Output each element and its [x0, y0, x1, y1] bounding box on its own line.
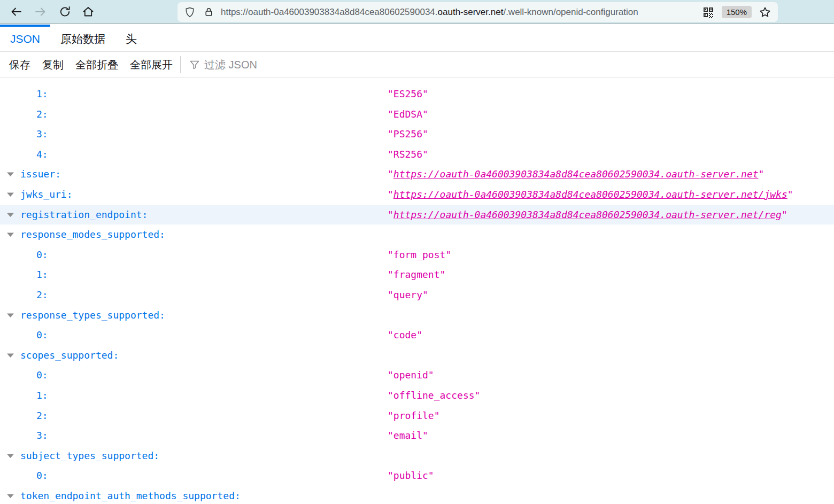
tab-raw-data[interactable]: 原始数据	[50, 25, 115, 51]
reload-icon	[59, 6, 71, 18]
json-row[interactable]: 0:"form_post"	[0, 245, 834, 265]
json-key[interactable]: response_modes_supported:	[20, 224, 165, 245]
json-key[interactable]: 3:	[36, 425, 48, 446]
back-arrow-icon	[10, 5, 22, 18]
json-row[interactable]: 3:"email"	[0, 425, 834, 446]
twisty-collapse-icon[interactable]	[7, 172, 14, 176]
json-viewer-tabbar: JSON 原始数据 头	[0, 25, 834, 52]
json-value: "public"	[388, 466, 434, 486]
filter-json-input[interactable]	[204, 59, 365, 71]
twisty-collapse-icon[interactable]	[7, 454, 14, 458]
shield-icon[interactable]	[184, 6, 196, 18]
json-value: "profile"	[388, 406, 440, 426]
json-row[interactable]: 1:"ES256"	[0, 84, 834, 104]
json-value: "openid"	[388, 365, 434, 385]
json-row[interactable]: registration_endpoint:"https://oauth-0a4…	[0, 205, 834, 225]
json-key[interactable]: scopes_supported:	[20, 345, 119, 366]
browser-toolbar: https://oauth-0a46003903834a8d84cea80602…	[0, 0, 834, 24]
tab-headers[interactable]: 头	[115, 25, 147, 51]
json-key[interactable]: 3:	[36, 124, 48, 144]
url-prefix: https://oauth-0a46003903834a8d84cea80602…	[221, 7, 438, 17]
json-value: "EdDSA"	[388, 104, 428, 125]
save-button[interactable]: 保存	[9, 58, 30, 72]
json-row[interactable]: 1:"fragment"	[0, 265, 834, 285]
url-path: /.well-known/openid-configuration	[503, 7, 638, 17]
json-value-link[interactable]: "https://oauth-0a46003903834a8d84cea8060…	[388, 164, 764, 184]
json-value: "PS256"	[388, 124, 428, 144]
json-row[interactable]: scopes_supported:	[0, 345, 834, 366]
tab-json-label: JSON	[10, 33, 40, 45]
json-row[interactable]: 2:"profile"	[0, 406, 834, 426]
json-value-link[interactable]: "https://oauth-0a46003903834a8d84cea8060…	[388, 205, 787, 225]
json-key[interactable]: 4:	[36, 144, 48, 165]
json-value: "query"	[388, 285, 428, 305]
json-key[interactable]: issuer:	[20, 164, 61, 184]
json-row[interactable]: subject_types_supported:	[0, 446, 834, 466]
json-key[interactable]: 2:	[36, 104, 48, 125]
home-icon	[82, 5, 95, 18]
json-row[interactable]: response_modes_supported:	[0, 224, 834, 245]
twisty-collapse-icon[interactable]	[7, 213, 14, 217]
json-row[interactable]: 0:"code"	[0, 325, 834, 345]
back-button[interactable]	[10, 5, 22, 18]
json-row[interactable]: 0:"openid"	[0, 365, 834, 385]
json-row[interactable]: response_types_supported:	[0, 305, 834, 325]
tab-raw-data-label: 原始数据	[60, 32, 105, 46]
json-value-link[interactable]: "https://oauth-0a46003903834a8d84cea8060…	[388, 184, 793, 205]
json-row[interactable]: 4:"RS256"	[0, 144, 834, 165]
twisty-collapse-icon[interactable]	[7, 494, 14, 498]
qr-code-icon[interactable]	[702, 6, 715, 19]
twisty-collapse-icon[interactable]	[7, 353, 14, 358]
json-key[interactable]: 2:	[36, 285, 48, 305]
json-row[interactable]: issuer:"https://oauth-0a46003903834a8d84…	[0, 164, 834, 184]
json-key[interactable]: 2:	[36, 406, 48, 426]
json-row[interactable]: 3:"PS256"	[0, 124, 834, 144]
twisty-collapse-icon[interactable]	[7, 192, 14, 197]
json-rows: 1:"ES256"2:"EdDSA"3:"PS256"4:"RS256"issu…	[0, 84, 834, 504]
home-button[interactable]	[82, 5, 95, 18]
json-key[interactable]: jwks_uri:	[20, 184, 73, 205]
zoom-level-button[interactable]: 150%	[722, 6, 752, 18]
twisty-collapse-icon[interactable]	[7, 232, 14, 237]
json-key[interactable]: subject_types_supported:	[20, 446, 159, 466]
lock-icon[interactable]	[203, 6, 214, 18]
bookmark-star-icon[interactable]	[759, 6, 771, 19]
json-row[interactable]: token_endpoint_auth_methods_supported:	[0, 486, 834, 504]
json-row[interactable]: 2:"query"	[0, 285, 834, 305]
json-key[interactable]: 1:	[36, 385, 48, 406]
json-viewer-toolbar: 保存 复制 全部折叠 全部展开	[0, 52, 834, 78]
json-value: "form_post"	[388, 245, 451, 265]
json-key[interactable]: 0:	[36, 466, 48, 486]
json-key[interactable]: registration_endpoint:	[20, 205, 148, 225]
url-text[interactable]: https://oauth-0a46003903834a8d84cea80602…	[221, 7, 638, 18]
json-key[interactable]: response_types_supported:	[20, 305, 165, 325]
json-key[interactable]: 0:	[36, 365, 48, 385]
forward-button[interactable]	[34, 5, 47, 18]
json-value: "fragment"	[388, 265, 445, 285]
json-value: "code"	[388, 325, 422, 345]
json-row[interactable]: 0:"public"	[0, 466, 834, 486]
url-domain: oauth-server.net	[438, 7, 504, 17]
json-key[interactable]: 1:	[36, 265, 48, 285]
json-row[interactable]: 2:"EdDSA"	[0, 104, 834, 125]
json-key[interactable]: 1:	[36, 84, 48, 104]
json-value: "offline_access"	[388, 385, 480, 406]
twisty-collapse-icon[interactable]	[7, 313, 14, 317]
json-value: "RS256"	[388, 144, 428, 165]
tab-json[interactable]: JSON	[0, 25, 50, 51]
json-row[interactable]: 1:"offline_access"	[0, 385, 834, 406]
address-bar[interactable]: https://oauth-0a46003903834a8d84cea80602…	[177, 2, 778, 22]
collapse-all-button[interactable]: 全部折叠	[75, 58, 118, 72]
json-key[interactable]: 0:	[36, 325, 48, 345]
json-value: "ES256"	[388, 84, 428, 104]
expand-all-button[interactable]: 全部展开	[130, 58, 173, 72]
json-key[interactable]: 0:	[36, 245, 48, 265]
json-row[interactable]: jwks_uri:"https://oauth-0a46003903834a8d…	[0, 184, 834, 205]
json-key[interactable]: token_endpoint_auth_methods_supported:	[20, 486, 241, 504]
copy-button[interactable]: 复制	[42, 58, 64, 72]
json-tree: 1:"ES256"2:"EdDSA"3:"PS256"4:"RS256"issu…	[0, 79, 834, 504]
toolbar-divider	[180, 56, 181, 73]
reload-button[interactable]	[59, 6, 71, 18]
filter-funnel-icon	[189, 59, 200, 70]
tab-headers-label: 头	[126, 32, 137, 46]
